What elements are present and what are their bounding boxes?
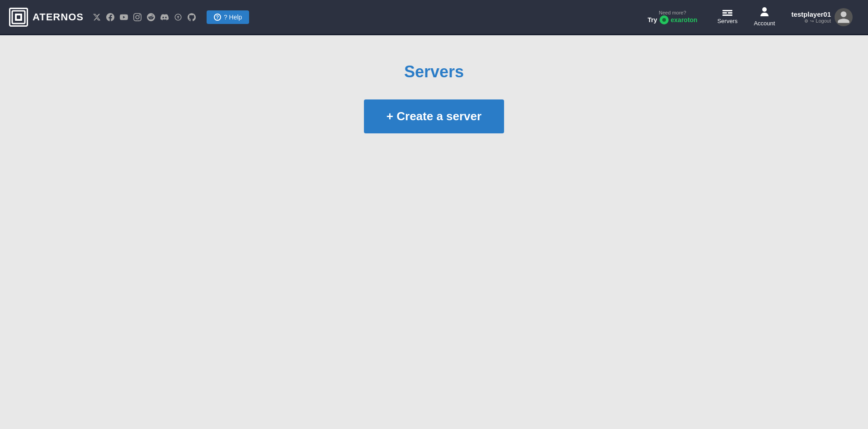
facebook-icon[interactable] <box>105 12 115 22</box>
logout-arrow-icon: ↪ <box>810 19 814 24</box>
create-server-button[interactable]: + Create a server <box>364 99 504 133</box>
exaroton-circle-icon <box>660 15 669 24</box>
social-icons-group <box>92 12 197 22</box>
main-content: Servers + Create a server <box>0 35 868 133</box>
discord-icon[interactable] <box>160 12 170 22</box>
avatar-icon <box>836 10 851 24</box>
teamspeak-icon[interactable] <box>173 12 183 22</box>
header-left: ATERNOS <box>9 8 634 27</box>
logo[interactable]: ATERNOS <box>9 8 84 27</box>
username: testplayer01 <box>791 10 831 18</box>
header-right: Servers Account testplayer01 ⚙ ↪ Logout <box>711 4 859 30</box>
user-info: testplayer01 ⚙ ↪ Logout <box>791 10 831 24</box>
nav-servers[interactable]: Servers <box>711 6 744 28</box>
account-icon <box>759 7 770 18</box>
user-section[interactable]: testplayer01 ⚙ ↪ Logout <box>785 5 859 30</box>
nav-account[interactable]: Account <box>747 4 781 30</box>
svg-rect-2 <box>17 15 20 19</box>
logout-link[interactable]: ⚙ ↪ Logout <box>804 18 831 24</box>
page-title: Servers <box>404 62 464 81</box>
servers-nav-label: Servers <box>717 18 738 24</box>
logo-text: ATERNOS <box>33 11 84 23</box>
help-button[interactable]: ? ? Help <box>207 10 249 24</box>
logo-icon <box>9 8 28 27</box>
reddit-icon[interactable] <box>146 12 156 22</box>
logout-label: Logout <box>816 18 831 24</box>
instagram-icon[interactable] <box>132 12 142 22</box>
exaroton-promo[interactable]: Need more? Try exaroton <box>648 10 698 24</box>
account-nav-label: Account <box>754 20 775 27</box>
exaroton-try-row: Try exaroton <box>648 15 698 24</box>
servers-icon <box>722 10 732 16</box>
help-circle: ? <box>214 14 221 21</box>
youtube-icon[interactable] <box>119 12 129 22</box>
avatar[interactable] <box>835 8 853 26</box>
account-head <box>762 7 767 12</box>
help-label: ? Help <box>224 14 242 21</box>
github-icon[interactable] <box>187 12 197 22</box>
logo-svg <box>11 10 26 24</box>
exaroton-brand: exaroton <box>671 16 698 24</box>
exaroton-try-label: Try <box>648 16 657 24</box>
exaroton-inner-dot <box>662 18 666 22</box>
header: ATERNOS <box>0 0 868 34</box>
account-body <box>760 13 769 16</box>
twitter-icon[interactable] <box>92 12 102 22</box>
exaroton-need-more-text: Need more? <box>659 10 686 15</box>
gear-icon-small: ⚙ <box>804 19 808 24</box>
